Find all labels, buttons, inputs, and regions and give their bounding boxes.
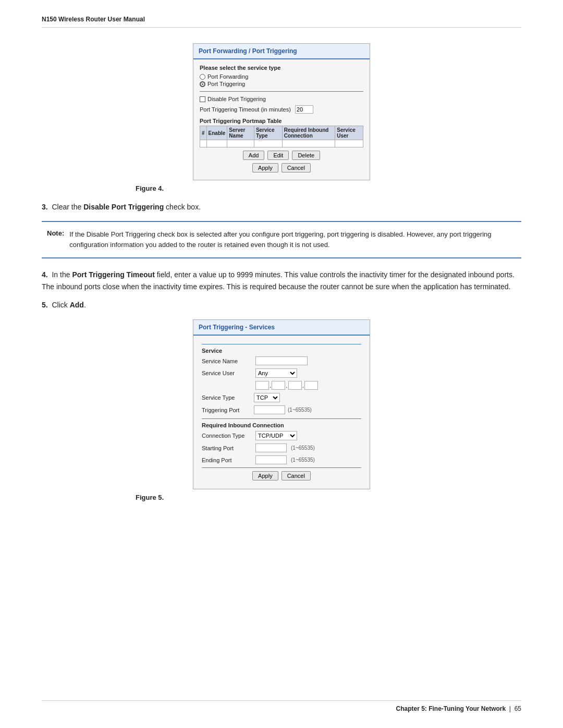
- step3-before: Clear the: [52, 203, 83, 211]
- step3-text: 3. Clear the Disable Port Triggering che…: [42, 202, 521, 213]
- step3-number: 3.: [42, 203, 48, 211]
- step5-text: 5. Click Add.: [42, 301, 521, 309]
- figure5-panel-body: Service Service Name Service User Any .: [193, 336, 370, 489]
- step3-after: check box.: [164, 203, 201, 211]
- inbound-section-label: Required Inbound Connection: [202, 422, 361, 428]
- conn-type-label: Connection Type: [202, 433, 251, 439]
- step5-after: .: [84, 301, 86, 309]
- top-divider: [202, 344, 361, 344]
- delete-button[interactable]: Delete: [292, 151, 320, 160]
- service-user-select[interactable]: Any: [255, 368, 297, 378]
- figure5-panel-title: Port Triggering - Services: [193, 320, 370, 336]
- edit-button[interactable]: Edit: [267, 151, 289, 160]
- figure5-cancel-button[interactable]: Cancel: [282, 471, 311, 480]
- step5-number: 5.: [42, 301, 48, 309]
- ip-seg4[interactable]: [304, 381, 318, 390]
- service-user-row: Service User Any: [202, 368, 361, 378]
- table-section-label: Port Triggering Portmap Table: [200, 118, 363, 124]
- triggering-port-row: Triggering Port (1~65535): [202, 405, 361, 414]
- col-service-user: Service User: [335, 126, 363, 140]
- note-content: If the Disable Port Triggering check box…: [69, 229, 506, 250]
- figure5-apply-button[interactable]: Apply: [252, 471, 278, 480]
- step4-before: In the: [52, 270, 72, 279]
- footer-right: Chapter 5: Fine-Tuning Your Network | 65: [396, 705, 521, 712]
- service-type-select[interactable]: TCP: [254, 393, 280, 402]
- note-box: Note: If the Disable Port Triggering che…: [42, 221, 521, 258]
- add-edit-delete-row: Add Edit Delete: [200, 151, 363, 160]
- ending-port-hint: (1~65535): [291, 457, 315, 463]
- conn-type-select[interactable]: TCP/UDP: [255, 431, 297, 440]
- timeout-input[interactable]: [295, 105, 313, 114]
- col-enable: Enable: [206, 126, 227, 140]
- note-label: Note:: [47, 229, 64, 237]
- mid-divider: [202, 418, 361, 419]
- page-footer: Chapter 5: Fine-Tuning Your Network | 65: [42, 700, 521, 712]
- apply-cancel-row: Apply Cancel: [200, 163, 363, 172]
- step5-before: Click: [52, 301, 69, 309]
- timeout-label: Port Triggering Timeout (in minutes): [200, 106, 291, 113]
- ip-seg3[interactable]: [288, 381, 302, 390]
- radio-group: Port Forwarding Port Triggering: [200, 73, 363, 87]
- service-name-input[interactable]: [255, 356, 308, 365]
- step5-bold: Add: [70, 301, 84, 309]
- port-table: # Enable Server Name Service Type Requir…: [200, 126, 363, 147]
- disable-checkbox[interactable]: [200, 96, 205, 102]
- figure4-container: Port Forwarding / Port Triggering Please…: [42, 43, 521, 192]
- table-row-empty: [200, 140, 363, 147]
- step3-bold: Disable Port Triggering: [83, 203, 164, 211]
- service-name-label: Service Name: [202, 358, 251, 364]
- bottom-divider: [202, 467, 361, 468]
- disable-checkbox-row[interactable]: Disable Port Triggering: [200, 96, 363, 102]
- figure5-container: Port Triggering - Services Service Servi…: [42, 319, 521, 501]
- figure4-panel: Port Forwarding / Port Triggering Please…: [193, 43, 370, 180]
- ending-port-row: Ending Port (1~65535): [202, 455, 361, 464]
- ending-port-label: Ending Port: [202, 457, 251, 463]
- triggering-port-hint: (1~65535): [288, 407, 312, 413]
- radio-port-forwarding-row[interactable]: Port Forwarding: [200, 73, 363, 80]
- divider1: [200, 91, 363, 92]
- step4-text: 4. In the Port Triggering Timeout field,…: [42, 269, 521, 292]
- radio-port-triggering-label: Port Triggering: [207, 81, 245, 87]
- ending-port-input[interactable]: [255, 455, 287, 464]
- figure5-apply-cancel-row: Apply Cancel: [202, 471, 361, 480]
- ip-row: . . .: [255, 381, 361, 390]
- figure4-panel-body: Please select the service type Port Forw…: [193, 59, 370, 180]
- service-type-row: Service Type TCP: [202, 393, 361, 402]
- cancel-button[interactable]: Cancel: [282, 163, 311, 172]
- conn-type-row: Connection Type TCP/UDP: [202, 431, 361, 440]
- figure4-label: Figure 4.: [136, 184, 164, 192]
- step4-bold: Port Triggering Timeout: [72, 270, 154, 279]
- triggering-port-input[interactable]: [254, 405, 285, 414]
- footer-page: 65: [515, 705, 521, 712]
- apply-button[interactable]: Apply: [252, 163, 278, 172]
- service-user-label: Service User: [202, 370, 251, 376]
- radio-port-triggering-input[interactable]: [200, 81, 205, 87]
- header-title: N150 Wireless Router User Manual: [42, 16, 145, 23]
- add-button[interactable]: Add: [243, 151, 265, 160]
- col-required-inbound: Required Inbound Connection: [282, 126, 335, 140]
- footer-separator: |: [508, 705, 515, 712]
- service-name-row: Service Name: [202, 356, 361, 365]
- starting-port-label: Starting Port: [202, 445, 251, 451]
- service-section-label: Service: [202, 348, 361, 354]
- ip-seg1[interactable]: [255, 381, 269, 390]
- starting-port-hint: (1~65535): [291, 445, 315, 451]
- step4-number: 4.: [42, 270, 48, 279]
- radio-port-forwarding-input[interactable]: [200, 74, 205, 80]
- col-server-name: Server Name: [227, 126, 254, 140]
- starting-port-row: Starting Port (1~65535): [202, 443, 361, 452]
- service-type-label: Please select the service type: [200, 65, 363, 71]
- col-service-type: Service Type: [254, 126, 282, 140]
- radio-port-triggering-row[interactable]: Port Triggering: [200, 81, 363, 87]
- disable-checkbox-label: Disable Port Triggering: [207, 96, 266, 102]
- figure5-panel: Port Triggering - Services Service Servi…: [193, 319, 370, 489]
- radio-port-forwarding-label: Port Forwarding: [207, 73, 248, 80]
- service-type-label: Service Type: [202, 394, 251, 401]
- ip-seg2[interactable]: [272, 381, 285, 390]
- col-hash: #: [200, 126, 207, 140]
- figure4-panel-title: Port Forwarding / Port Triggering: [193, 44, 370, 59]
- starting-port-input[interactable]: [255, 443, 287, 452]
- triggering-port-label: Triggering Port: [202, 407, 251, 413]
- page-header: N150 Wireless Router User Manual: [42, 16, 521, 28]
- timeout-row: Port Triggering Timeout (in minutes): [200, 105, 363, 114]
